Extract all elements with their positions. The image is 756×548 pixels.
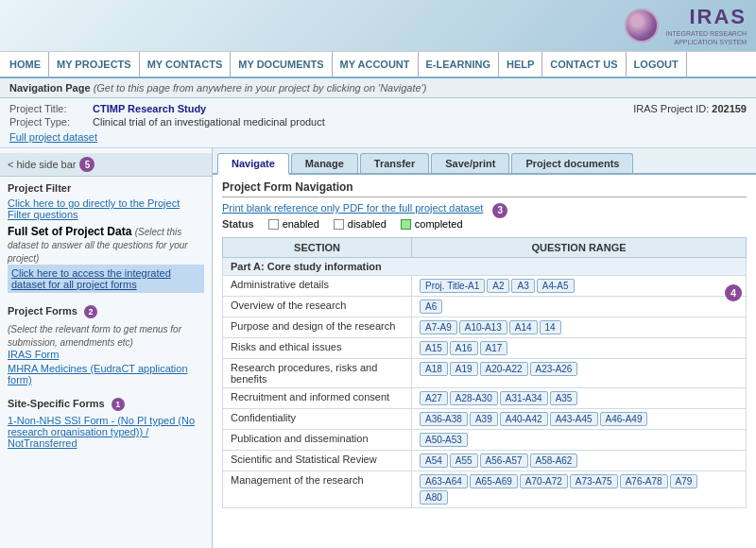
question-range: A15 A16 A17 bbox=[420, 341, 738, 355]
hide-sidebar-button[interactable]: < hide side bar 5 bbox=[0, 153, 212, 177]
project-type-value: Clinical trial of an investigational med… bbox=[93, 116, 325, 128]
logo-subtitle: INTEGRATED RESEARCHAPPLICATION SYSTEM bbox=[666, 29, 747, 46]
questions-confidentiality: A36-A38 A39 A40-A42 A43-A45 A46-A49 bbox=[412, 409, 747, 430]
q-a6[interactable]: A6 bbox=[420, 300, 442, 314]
nav-e-learning[interactable]: E-LEARNING bbox=[419, 51, 499, 77]
status-enabled-label: enabled bbox=[283, 218, 319, 230]
q-a80[interactable]: A80 bbox=[420, 490, 448, 505]
q-a39[interactable]: A39 bbox=[470, 412, 498, 426]
project-type-label: Project Type: bbox=[9, 116, 85, 128]
table-row: Management of the research A63-A64 A65-A… bbox=[223, 471, 747, 508]
q-a55[interactable]: A55 bbox=[450, 454, 478, 468]
site-forms-title: Site-Specific Forms 1 bbox=[8, 398, 204, 411]
questions-overview: A6 bbox=[412, 297, 747, 317]
completed-checkbox-icon bbox=[401, 219, 411, 230]
q-a58-a62[interactable]: A58-A62 bbox=[530, 454, 578, 468]
section-purpose: Purpose and design of the research bbox=[223, 317, 412, 338]
main-content: < hide side bar 5 Project Filter Click h… bbox=[0, 148, 756, 548]
tab-manage[interactable]: Manage bbox=[291, 153, 358, 173]
q-a2[interactable]: A2 bbox=[487, 279, 509, 293]
q-a65-a69[interactable]: A65-A69 bbox=[470, 474, 518, 488]
q-a15[interactable]: A15 bbox=[420, 341, 448, 355]
nav-logout[interactable]: LOGOUT bbox=[627, 51, 687, 77]
project-filter-link[interactable]: Click here to go directly to the Project… bbox=[8, 197, 204, 220]
q-a46-a49[interactable]: A46-A49 bbox=[600, 412, 648, 426]
logo-text: IRAS bbox=[666, 5, 747, 29]
nav-page-header: Navigation Page (Get to this page from a… bbox=[0, 78, 756, 98]
project-info-bar: Project Title: CTIMP Research Study Proj… bbox=[0, 98, 756, 148]
section-publication: Publication and dissemination bbox=[223, 430, 412, 451]
nav-contact-us[interactable]: CONTACT US bbox=[542, 51, 626, 77]
enabled-checkbox-icon bbox=[268, 219, 279, 230]
form-nav-content: Project Form Navigation Print blank refe… bbox=[213, 175, 756, 514]
q-a36-a38[interactable]: A36-A38 bbox=[420, 412, 468, 426]
section-confidentiality: Confidentiality bbox=[223, 409, 412, 430]
q-a23-a26[interactable]: A23-A26 bbox=[530, 362, 578, 376]
tab-transfer[interactable]: Transfer bbox=[360, 153, 429, 173]
status-completed-label: completed bbox=[415, 218, 463, 230]
q-a50-a53[interactable]: A50-A53 bbox=[420, 433, 468, 447]
print-link[interactable]: Print blank reference only PDF for the f… bbox=[222, 202, 483, 214]
question-range: A27 A28-A30 A31-A34 A35 bbox=[420, 391, 738, 405]
project-title-value: CTIMP Research Study bbox=[93, 103, 206, 114]
nav-home[interactable]: HOME bbox=[0, 51, 49, 77]
project-filter-title: Project Filter bbox=[8, 182, 204, 194]
table-row: Purpose and design of the research A7-A9… bbox=[223, 317, 747, 338]
site-forms-link[interactable]: 1-Non-NHS SSI Form - (No PI typed (No re… bbox=[8, 415, 204, 449]
questions-scientific: A54 A55 A56-A57 A58-A62 bbox=[412, 451, 747, 471]
q-a31-a34[interactable]: A31-A34 bbox=[500, 391, 548, 405]
q-a4-a5[interactable]: A4-A5 bbox=[537, 279, 575, 293]
q-a10-a13[interactable]: A10-A13 bbox=[459, 320, 507, 334]
q-a17[interactable]: A17 bbox=[480, 341, 508, 355]
logo-block: IRAS INTEGRATED RESEARCHAPPLICATION SYST… bbox=[625, 5, 747, 46]
print-badge: 3 bbox=[492, 203, 507, 218]
questions-research-procedures: A18 A19 A20-A22 A23-A26 bbox=[412, 359, 747, 388]
question-range: A63-A64 A65-A69 A70-A72 A73-A75 A76-A78 … bbox=[420, 474, 738, 488]
q-a70-a72[interactable]: A70-A72 bbox=[520, 474, 568, 488]
q-proj-title-a1[interactable]: Proj. Title-A1 bbox=[420, 279, 485, 293]
q-14[interactable]: 14 bbox=[540, 320, 561, 334]
nav-help[interactable]: HELP bbox=[499, 51, 542, 77]
project-forms-badge: 2 bbox=[84, 305, 97, 318]
tab-project-documents[interactable]: Project documents bbox=[511, 153, 633, 173]
section-table: SECTION QUESTION RANGE Part A: Core stud… bbox=[222, 237, 747, 508]
q-a56-a57[interactable]: A56-A57 bbox=[480, 454, 528, 468]
nav-my-projects[interactable]: MY PROJECTS bbox=[49, 51, 140, 77]
q-a19[interactable]: A19 bbox=[450, 362, 478, 376]
sidebar-badge: 5 bbox=[79, 157, 94, 172]
q-a40-a42[interactable]: A40-A42 bbox=[500, 412, 548, 426]
part-a-label: Part A: Core study information bbox=[223, 258, 747, 276]
q-a3[interactable]: A3 bbox=[511, 279, 534, 293]
right-panel: Navigate Manage Transfer Save/print Proj… bbox=[213, 148, 756, 548]
section-administrative: Administrative details bbox=[223, 276, 412, 297]
q-a20-a22[interactable]: A20-A22 bbox=[480, 362, 528, 376]
form-nav-title: Project Form Navigation bbox=[222, 180, 747, 197]
q-a27[interactable]: A27 bbox=[420, 391, 448, 405]
question-range: A6 bbox=[420, 300, 738, 314]
tab-save-print[interactable]: Save/print bbox=[431, 153, 509, 173]
q-a43-a45[interactable]: A43-A45 bbox=[550, 412, 598, 426]
status-disabled-label: disabled bbox=[348, 218, 387, 230]
question-range: A7-A9 A10-A13 A14 14 bbox=[420, 320, 738, 334]
q-a14[interactable]: A14 bbox=[509, 320, 538, 334]
full-dataset-link[interactable]: Full project dataset bbox=[9, 131, 97, 143]
q-a7-a9[interactable]: A7-A9 bbox=[420, 320, 457, 334]
q-a63-a64[interactable]: A63-A64 bbox=[420, 474, 468, 488]
table-row: Overview of the research A6 bbox=[223, 297, 747, 317]
q-a18[interactable]: A18 bbox=[420, 362, 448, 376]
q-a73-a75[interactable]: A73-A75 bbox=[570, 474, 618, 488]
q-a79[interactable]: A79 bbox=[670, 474, 698, 488]
mhra-form-link[interactable]: MHRA Medicines (EudraCT application form… bbox=[8, 363, 204, 385]
q-a54[interactable]: A54 bbox=[420, 454, 448, 468]
q-a35[interactable]: A35 bbox=[550, 391, 578, 405]
q-a28-a30[interactable]: A28-A30 bbox=[450, 391, 498, 405]
q-a16[interactable]: A16 bbox=[450, 341, 478, 355]
status-disabled: disabled bbox=[334, 218, 387, 230]
q-a76-a78[interactable]: A76-A78 bbox=[620, 474, 668, 488]
tab-navigate[interactable]: Navigate bbox=[217, 153, 289, 175]
nav-my-contacts[interactable]: MY CONTACTS bbox=[140, 51, 232, 77]
nav-my-account[interactable]: MY ACCOUNT bbox=[333, 51, 419, 77]
iras-form-link[interactable]: IRAS Form bbox=[8, 349, 204, 360]
nav-my-documents[interactable]: MY DOCUMENTS bbox=[231, 51, 332, 77]
full-set-link[interactable]: Click here to access the integrated data… bbox=[8, 265, 204, 293]
